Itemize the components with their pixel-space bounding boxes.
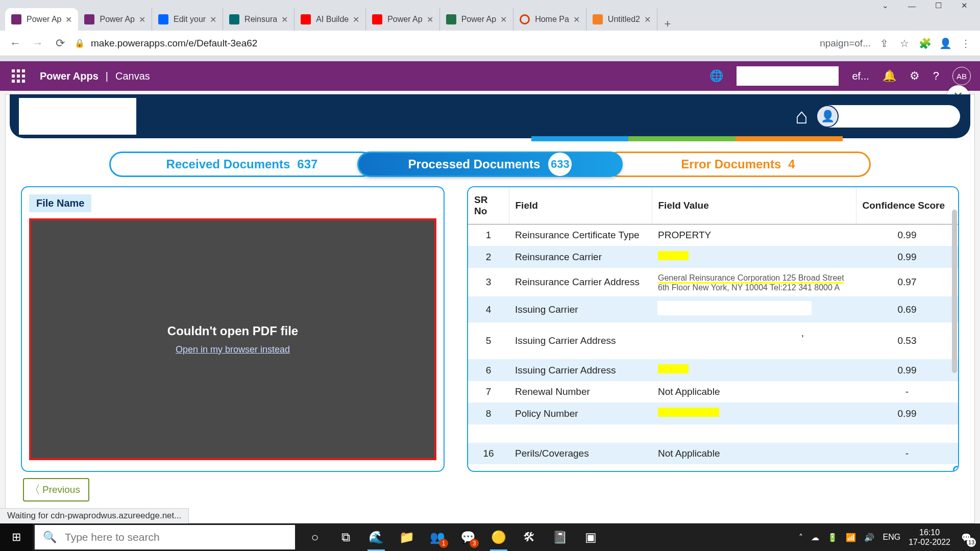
wifi-icon[interactable]: 📶 bbox=[846, 533, 856, 542]
cortana-icon[interactable]: ○ bbox=[306, 529, 324, 546]
browser-tab[interactable]: Power Ap✕ bbox=[78, 8, 152, 31]
tab-close-icon[interactable]: ✕ bbox=[65, 15, 72, 24]
tab-title: AI Builde bbox=[316, 15, 349, 24]
globe-icon[interactable]: 🌐 bbox=[709, 69, 723, 83]
browser-back-button[interactable]: ← bbox=[7, 35, 23, 52]
user-avatar[interactable]: AB bbox=[952, 67, 971, 85]
help-question-icon[interactable]: ? bbox=[933, 69, 939, 83]
open-in-browser-link[interactable]: Open in my browser instead bbox=[176, 344, 290, 355]
browser-tab[interactable]: Power Ap✕ bbox=[440, 8, 513, 31]
tab-close-icon[interactable]: ✕ bbox=[644, 15, 651, 24]
tab-favicon-icon bbox=[229, 14, 239, 24]
browser-forward-button: → bbox=[30, 35, 46, 52]
tab-favicon-icon bbox=[84, 14, 94, 24]
terminal-icon[interactable]: ▣ bbox=[582, 529, 599, 546]
skype-icon[interactable]: 💬3 bbox=[459, 529, 477, 546]
browser-tab[interactable]: Power Ap✕ bbox=[5, 8, 78, 31]
action-center-icon[interactable]: 💬13 bbox=[959, 530, 974, 545]
received-documents-tab[interactable]: Received Documents 637 bbox=[109, 152, 375, 177]
app-launcher-waffle-icon[interactable] bbox=[9, 67, 28, 85]
tab-title: Power Ap bbox=[461, 15, 496, 24]
browser-reload-button[interactable]: ⟳ bbox=[52, 35, 68, 52]
tab-close-icon[interactable]: ✕ bbox=[210, 15, 216, 24]
file-name-label: File Name bbox=[29, 194, 91, 212]
tab-title: Edit your bbox=[174, 15, 206, 24]
clock[interactable]: 16:10 17-02-2022 bbox=[909, 528, 950, 547]
env-tail: ef... bbox=[852, 70, 869, 82]
window-maximize-icon[interactable]: ☐ bbox=[935, 1, 942, 10]
decorative-color-strip bbox=[531, 136, 843, 141]
notebook-icon[interactable]: 📓 bbox=[551, 529, 569, 546]
kebab-menu-icon[interactable]: ⋮ bbox=[959, 36, 973, 51]
extensions-puzzle-icon[interactable]: 🧩 bbox=[918, 36, 932, 51]
cell-sr: 4 bbox=[468, 296, 509, 322]
table-row[interactable]: 1Reinsurance Certificate TypePROPERTY0.9… bbox=[468, 224, 958, 246]
tab-favicon-icon bbox=[11, 14, 21, 24]
window-minimize-icon[interactable]: — bbox=[908, 2, 916, 10]
table-row[interactable]: 24ExclusionsNot Applicable- bbox=[468, 464, 958, 472]
table-row[interactable]: 4Issuing Carrier0.69 bbox=[468, 296, 958, 322]
brand-title: Power Apps bbox=[40, 70, 99, 82]
windows-search[interactable]: 🔍 bbox=[35, 525, 295, 549]
bookmark-star-icon[interactable]: ☆ bbox=[897, 36, 912, 51]
browser-tab[interactable]: Reinsura✕ bbox=[223, 8, 295, 31]
tab-close-icon[interactable]: ✕ bbox=[139, 15, 145, 24]
task-view-icon[interactable]: ⧉ bbox=[337, 529, 354, 546]
notifications-bell-icon[interactable]: 🔔 bbox=[883, 69, 896, 83]
table-row[interactable]: 6Issuing Carrier Address0.99 bbox=[468, 359, 958, 381]
table-scrollbar[interactable] bbox=[952, 210, 957, 373]
error-documents-tab[interactable]: Error Documents 4 bbox=[605, 152, 871, 177]
file-explorer-icon[interactable]: 📁 bbox=[398, 529, 415, 546]
volume-icon[interactable]: 🔊 bbox=[864, 533, 874, 542]
browser-tab[interactable]: Home Pa✕ bbox=[513, 8, 586, 31]
tab-close-icon[interactable]: ✕ bbox=[427, 15, 433, 24]
tab-close-icon[interactable]: ✕ bbox=[573, 15, 580, 24]
tab-close-icon[interactable]: ✕ bbox=[353, 15, 359, 24]
settings-gear-icon[interactable]: ⚙ bbox=[910, 69, 920, 83]
window-dropdown-icon[interactable]: ⌄ bbox=[882, 1, 889, 10]
start-button[interactable]: ⊞ bbox=[0, 523, 33, 551]
browser-tab[interactable]: AI Builde✕ bbox=[295, 8, 366, 31]
environment-picker[interactable] bbox=[737, 66, 839, 86]
cell-sr: 6 bbox=[468, 359, 509, 381]
search-input[interactable] bbox=[65, 531, 287, 543]
processed-documents-tab[interactable]: Processed Documents 633 bbox=[357, 152, 623, 177]
table-row[interactable]: 3Reinsurance Carrier AddressGeneral Rein… bbox=[468, 268, 958, 296]
cell-sr: 1 bbox=[468, 224, 509, 246]
cell-field: Issuing Carrier Address bbox=[509, 359, 652, 381]
language-indicator[interactable]: ENG bbox=[883, 533, 900, 542]
edge-icon[interactable]: 🌊 bbox=[368, 529, 385, 546]
battery-icon[interactable]: 🔋 bbox=[827, 533, 838, 542]
tray-chevron-icon[interactable]: ˄ bbox=[799, 533, 803, 542]
table-row[interactable]: 7Renewal NumberNot Applicable- bbox=[468, 381, 958, 403]
chrome-icon[interactable]: 🟡 bbox=[490, 529, 507, 546]
tab-close-icon[interactable]: ✕ bbox=[281, 15, 288, 24]
resize-handle-icon[interactable] bbox=[953, 466, 959, 472]
table-row[interactable]: 16Perils/CoveragesNot Applicable- bbox=[468, 443, 958, 464]
cell-value: PROPERTY bbox=[652, 224, 856, 246]
tab-close-icon[interactable]: ✕ bbox=[500, 15, 507, 24]
browser-tab[interactable]: Edit your✕ bbox=[152, 8, 223, 31]
browser-tab[interactable]: Untitled2✕ bbox=[586, 8, 657, 31]
teams-icon[interactable]: 👥1 bbox=[429, 529, 446, 546]
onedrive-icon[interactable]: ☁ bbox=[811, 533, 819, 542]
previous-button[interactable]: 〈 Previous bbox=[23, 478, 89, 502]
browser-tab[interactable]: Power Ap✕ bbox=[366, 8, 439, 31]
col-value: Field Value bbox=[652, 187, 856, 224]
window-close-icon[interactable]: ✕ bbox=[961, 1, 968, 10]
profile-avatar-icon[interactable]: 👤 bbox=[938, 36, 952, 51]
cell-sr: 16 bbox=[468, 443, 509, 464]
user-pill[interactable]: 👤 bbox=[817, 105, 960, 128]
table-row[interactable]: 2Reinsurance Carrier0.99 bbox=[468, 246, 958, 268]
cell-sr: 8 bbox=[468, 403, 509, 424]
powertoys-icon[interactable]: 🛠 bbox=[521, 529, 538, 546]
breadcrumb-separator: | bbox=[106, 70, 108, 82]
share-icon[interactable]: ⇪ bbox=[877, 36, 891, 51]
home-icon[interactable]: ⌂ bbox=[795, 104, 808, 129]
cell-confidence: 0.53 bbox=[856, 322, 958, 359]
table-row[interactable]: 8Policy Number0.99 bbox=[468, 403, 958, 424]
table-row[interactable]: 5Issuing Carrier Address,0.53 bbox=[468, 322, 958, 359]
address-bar[interactable]: 🔒 make.powerapps.com/e/Default-3ea62 npa… bbox=[75, 38, 871, 49]
cell-field: Reinsurance Carrier bbox=[509, 246, 652, 268]
new-tab-button[interactable]: + bbox=[657, 17, 678, 31]
